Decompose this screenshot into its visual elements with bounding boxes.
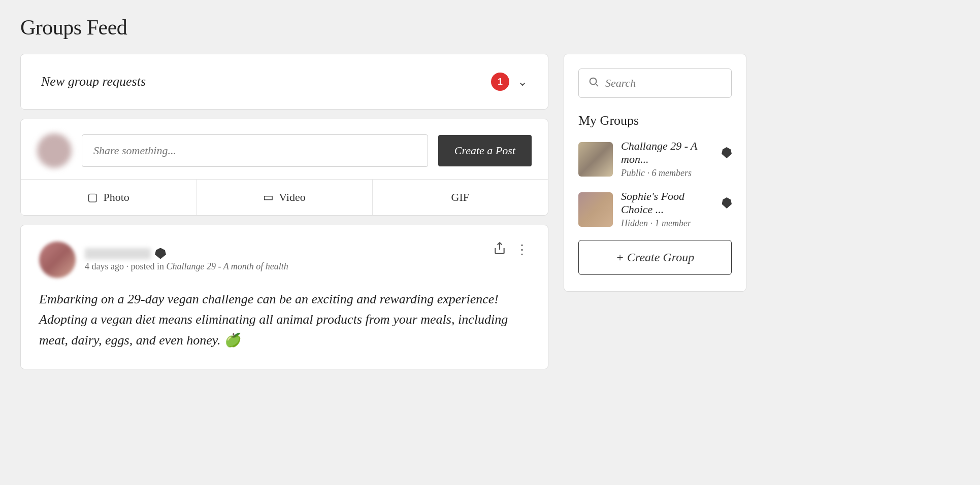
search-box[interactable] bbox=[578, 68, 732, 98]
group-requests-label: New group requests bbox=[41, 74, 146, 89]
group-shield-icon-1 bbox=[722, 147, 732, 158]
my-groups-heading: My Groups bbox=[578, 113, 732, 128]
group-info-2: Sophie's Food Choice ... Hidden · 1 memb… bbox=[621, 190, 732, 229]
group-meta-2: Hidden · 1 member bbox=[621, 218, 732, 229]
group-info-1: Challange 29 - A mon... Public · 6 membe… bbox=[621, 140, 732, 179]
photo-icon: ▢ bbox=[87, 191, 98, 204]
post-group-name: Challange 29 - A month of health bbox=[166, 261, 288, 271]
group-shield-icon-2 bbox=[722, 197, 732, 209]
post-actions: ⋮ bbox=[493, 241, 530, 258]
group-thumbnail-1 bbox=[578, 142, 613, 177]
group-name-2: Sophie's Food Choice ... bbox=[621, 190, 718, 216]
right-sidebar: My Groups Challange 29 - A mon... Public… bbox=[564, 54, 746, 292]
group-name-row-1: Challange 29 - A mon... bbox=[621, 140, 732, 166]
svg-line-2 bbox=[596, 84, 598, 86]
post-header: 4 days ago · posted in Challange 29 - A … bbox=[39, 241, 530, 278]
photo-button[interactable]: ▢ Photo bbox=[21, 180, 197, 215]
group-item-1[interactable]: Challange 29 - A mon... Public · 6 membe… bbox=[578, 140, 732, 179]
post-username-blur bbox=[85, 248, 151, 259]
post-card: 4 days ago · posted in Challange 29 - A … bbox=[20, 225, 548, 369]
post-time: 4 days ago bbox=[85, 261, 124, 271]
svg-point-1 bbox=[590, 78, 597, 85]
group-meta-1: Public · 6 members bbox=[621, 168, 732, 179]
post-username-row bbox=[85, 248, 288, 259]
post-author-info: 4 days ago · posted in Challange 29 - A … bbox=[39, 241, 288, 278]
video-label: Video bbox=[279, 191, 305, 204]
share-input[interactable] bbox=[82, 134, 428, 167]
post-content: Embarking on a 29-day vegan challenge ca… bbox=[39, 289, 530, 351]
composer-actions: ▢ Photo ▭ Video GIF bbox=[21, 179, 548, 215]
composer-section: Create a Post bbox=[21, 119, 548, 179]
group-requests-card: New group requests 1 ⌄ bbox=[20, 54, 548, 110]
user-avatar bbox=[37, 133, 72, 168]
main-feed: New group requests 1 ⌄ Create a Post ▢ P… bbox=[20, 54, 548, 369]
expand-requests-icon[interactable]: ⌄ bbox=[517, 75, 528, 89]
post-meta: 4 days ago · posted in Challange 29 - A … bbox=[85, 248, 288, 272]
video-icon: ▭ bbox=[263, 191, 274, 204]
post-time-info: 4 days ago · posted in Challange 29 - A … bbox=[85, 261, 288, 272]
sidebar-card: My Groups Challange 29 - A mon... Public… bbox=[564, 54, 746, 292]
posted-in-text: · posted in bbox=[126, 261, 164, 271]
create-group-button[interactable]: + Create Group bbox=[578, 240, 732, 275]
share-post-button[interactable] bbox=[493, 241, 506, 258]
post-composer-card: Create a Post ▢ Photo ▭ Video GIF bbox=[20, 119, 548, 216]
photo-label: Photo bbox=[103, 191, 129, 204]
gif-button[interactable]: GIF bbox=[373, 180, 548, 215]
video-button[interactable]: ▭ Video bbox=[197, 180, 372, 215]
requests-badge: 1 bbox=[491, 73, 509, 91]
create-post-button[interactable]: Create a Post bbox=[438, 135, 532, 166]
shield-icon bbox=[155, 248, 166, 259]
gif-label: GIF bbox=[451, 191, 469, 204]
group-name-row-2: Sophie's Food Choice ... bbox=[621, 190, 732, 216]
search-input[interactable] bbox=[605, 77, 722, 90]
group-thumbnail-2 bbox=[578, 192, 613, 227]
page-title: Groups Feed bbox=[20, 15, 960, 40]
post-author-avatar bbox=[39, 241, 76, 278]
group-item-2[interactable]: Sophie's Food Choice ... Hidden · 1 memb… bbox=[578, 190, 732, 229]
group-requests-controls: 1 ⌄ bbox=[491, 73, 528, 91]
search-icon bbox=[588, 76, 599, 90]
more-options-button[interactable]: ⋮ bbox=[515, 242, 530, 258]
group-name-1: Challange 29 - A mon... bbox=[621, 140, 717, 166]
